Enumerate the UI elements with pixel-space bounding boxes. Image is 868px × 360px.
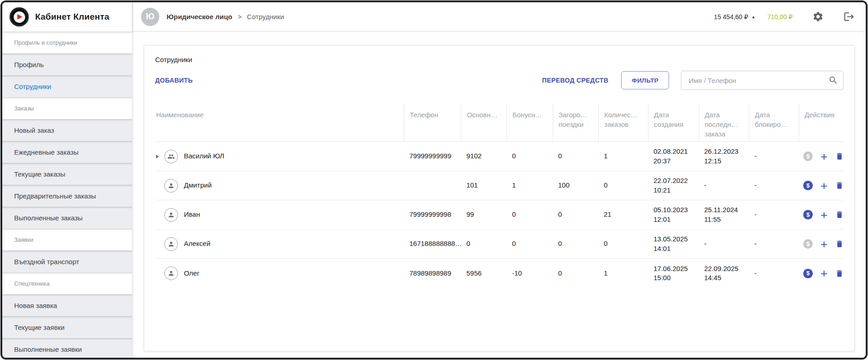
search-input[interactable]: [688, 76, 828, 85]
play-icon: [17, 14, 22, 20]
cell-phone: 78989898989: [404, 265, 461, 282]
column-header: Телефон: [404, 104, 461, 141]
cell-last-order-date: 22.09.2025 14:45: [699, 261, 749, 287]
cell-bonus-balance: 0: [507, 206, 553, 223]
cell-name: Олег: [155, 263, 404, 284]
cell-suburban-trips: 0: [553, 265, 598, 282]
table-row: Дмитрий1011100022.07.2022 10:21--$+: [155, 171, 843, 200]
sidebar-item[interactable]: Текущие заявки: [2, 316, 132, 338]
sidebar-menu: Профиль и сотрудникиПрофильСотрудникиЗак…: [2, 31, 132, 358]
cell-created-date: 05.10.2023 12:01: [648, 202, 699, 228]
delete-icon[interactable]: [835, 152, 843, 161]
sidebar-item[interactable]: Текущие заказы: [2, 163, 132, 185]
cell-orders-count: 1: [598, 148, 648, 164]
sidebar-item[interactable]: Новая заявка: [2, 294, 132, 316]
column-header: Загоро… поездки: [553, 104, 598, 141]
sidebar-item[interactable]: Ежедневные заказы: [2, 141, 132, 163]
cell-suburban-trips: 0: [553, 148, 598, 164]
cell-blocked-date: -: [749, 235, 799, 252]
sidebar-item[interactable]: Въездной транспорт: [2, 250, 132, 272]
cell-orders-count: 1: [598, 265, 648, 282]
settings-gear-icon[interactable]: [812, 11, 824, 23]
sidebar-item[interactable]: Выполненные заявки: [2, 338, 132, 358]
table-row: Иван7999999999899002105.10.2023 12:0125.…: [155, 200, 843, 230]
cell-created-date: 22.07.2022 10:21: [648, 172, 699, 198]
cell-bonus-balance: -10: [507, 265, 553, 282]
cell-bonus-balance: 0: [507, 235, 553, 252]
sidebar-section-label: Профиль и сотрудники: [2, 31, 132, 53]
cell-blocked-date: -: [749, 148, 799, 164]
money-transfer-icon[interactable]: $: [803, 269, 813, 278]
cell-phone: 79999999998: [404, 206, 461, 223]
main-balance-value: 15 454,60 ₽: [714, 13, 748, 21]
cell-created-date: 13.05.2025 14:01: [648, 231, 699, 257]
cell-last-order-date: -: [699, 177, 749, 193]
column-header: Бонусн…: [507, 104, 553, 141]
cell-main-balance: 5956: [461, 265, 507, 282]
person-icon: [164, 208, 178, 222]
money-transfer-icon[interactable]: $: [803, 210, 813, 219]
delete-icon[interactable]: [835, 181, 843, 190]
cell-phone: [404, 182, 461, 189]
money-transfer-icon: $: [803, 239, 813, 249]
sidebar-item[interactable]: Сотрудники: [2, 75, 132, 97]
money-transfer-icon: $: [803, 151, 813, 161]
cell-suburban-trips: 0: [553, 235, 598, 252]
column-header: Дата создания: [648, 104, 699, 141]
person-icon: [164, 266, 178, 280]
filter-button[interactable]: ФИЛЬТР: [621, 71, 669, 89]
sidebar-item[interactable]: Новый заказ: [2, 119, 132, 141]
topbar-right: 15 454,60 ₽ ▲ 710,00 ₽: [714, 11, 855, 23]
bonus-balance[interactable]: 710,00 ₽: [767, 13, 793, 21]
main-area: Сотрудники ДОБАВИТЬ ПЕРЕВОД СРЕДСТВ ФИЛЬ…: [132, 31, 866, 358]
breadcrumb-root[interactable]: Юридическое лицо: [167, 13, 232, 21]
cell-name: Иван: [155, 204, 404, 225]
breadcrumb-separator-icon: >: [238, 13, 241, 21]
sidebar: Кабинет Клиента Профиль и сотрудникиПроф…: [2, 2, 132, 358]
column-header: Дата последн… заказа: [699, 104, 749, 141]
search-box[interactable]: [681, 71, 843, 90]
cell-actions: $+: [799, 148, 843, 165]
cell-blocked-date: -: [749, 206, 799, 223]
cell-actions: $+: [799, 265, 843, 282]
sidebar-item[interactable]: Предварительные заказы: [2, 185, 132, 207]
employee-name: Иван: [184, 210, 200, 219]
cell-phone: 79999999999: [404, 148, 461, 164]
table-row: Олег789898989895956-100117.06.2025 15:00…: [155, 259, 843, 288]
delete-icon[interactable]: [835, 240, 843, 248]
delete-icon[interactable]: [835, 269, 843, 278]
cell-phone: 167188888888…: [404, 235, 461, 252]
expand-row-icon[interactable]: [156, 155, 159, 158]
group-icon: [164, 150, 178, 163]
app-title: Кабинет Клиента: [35, 12, 109, 22]
add-button[interactable]: ДОБАВИТЬ: [155, 77, 193, 84]
cell-name: Василий ЮЛ: [155, 146, 404, 167]
sidebar-item[interactable]: Выполненные заказы: [2, 207, 132, 229]
cell-main-balance: 99: [461, 206, 507, 223]
cell-created-date: 17.06.2025 15:00: [648, 261, 699, 287]
cell-main-balance: 101: [461, 177, 507, 193]
avatar[interactable]: Ю: [141, 8, 159, 26]
cell-main-balance: 0: [461, 235, 507, 252]
cell-blocked-date: -: [749, 177, 799, 193]
sidebar-item[interactable]: Профиль: [2, 53, 132, 75]
search-icon[interactable]: [828, 75, 838, 85]
app-window: Кабинет Клиента Профиль и сотрудникиПроф…: [0, 0, 868, 360]
logout-icon[interactable]: [843, 11, 855, 23]
delete-icon[interactable]: [835, 210, 843, 219]
cell-main-balance: 9102: [461, 148, 507, 164]
money-transfer-icon[interactable]: $: [803, 181, 813, 190]
cell-last-order-date: 25.11.2024 11:55: [699, 202, 749, 228]
main-balance[interactable]: 15 454,60 ₽ ▲: [714, 13, 755, 21]
add-icon[interactable]: +: [821, 181, 827, 190]
logo-inner-circle: [14, 11, 25, 23]
app-logo-icon: [10, 7, 29, 26]
table-row: Алексей167188888888…000013.05.2025 14:01…: [155, 230, 843, 259]
cell-actions: $+: [799, 235, 843, 252]
column-header: Основн…: [461, 104, 507, 141]
add-icon[interactable]: +: [821, 152, 827, 161]
transfer-funds-button[interactable]: ПЕРЕВОД СРЕДСТВ: [542, 77, 609, 84]
add-icon[interactable]: +: [821, 240, 827, 249]
add-icon[interactable]: +: [821, 210, 827, 219]
add-icon[interactable]: +: [821, 269, 827, 278]
